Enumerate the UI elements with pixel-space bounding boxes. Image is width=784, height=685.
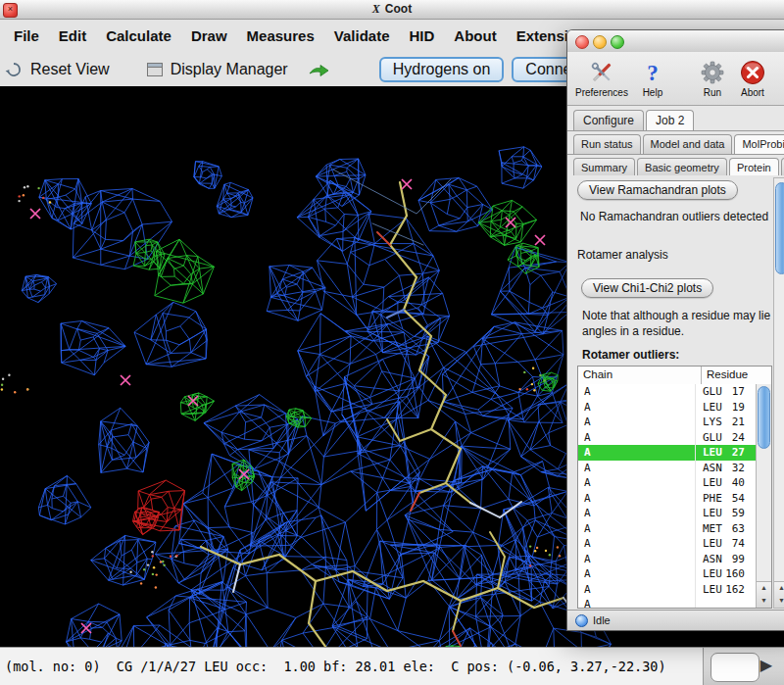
abort-toolbar-button[interactable]: Abort: [740, 59, 765, 98]
x11-icon: X: [372, 2, 380, 16]
table-row[interactable]: ALEU40: [578, 475, 757, 491]
table-row[interactable]: ALEU19: [578, 400, 757, 416]
content-scrollbar-thumb[interactable]: [775, 182, 784, 274]
run-toolbar-button[interactable]: Run: [699, 59, 726, 98]
cell-residue: LEU162: [696, 582, 757, 598]
table-row[interactable]: APHE54: [578, 491, 757, 507]
tab-molprobity[interactable]: MolProbity: [734, 134, 784, 154]
cell-chain: A: [578, 536, 696, 552]
cell-residue: PHE54: [696, 491, 757, 507]
window-close-button[interactable]: ×: [3, 3, 18, 18]
preferences-toolbar-button[interactable]: Preferences: [575, 59, 628, 98]
table-row[interactable]: ALEU27: [578, 445, 757, 461]
view-chi-plots-button[interactable]: View Chi1-Chi2 plots: [581, 278, 713, 298]
main-status-bar: (mol. no: 0) CG /1/A/27 LEU occ: 1.00 bf…: [0, 647, 784, 685]
scroll-down-icon[interactable]: ▼: [757, 595, 771, 608]
table-row[interactable]: AASN32: [578, 461, 757, 476]
view-ramachandran-button[interactable]: View Ramachandran plots: [577, 180, 738, 200]
tools-icon: [587, 59, 616, 86]
cell-chain: A: [578, 582, 696, 598]
tab-protein[interactable]: Protein: [729, 158, 779, 177]
rotamer-note-line2: angles in a residue.: [582, 324, 684, 338]
table-row[interactable]: ALYS21: [578, 415, 757, 430]
toolbar-item-label: Run: [704, 87, 721, 98]
cell-residue: LEU19: [696, 400, 757, 416]
content-scrollbar[interactable]: ▲ ▼: [773, 177, 784, 609]
toolbar-item-label: Abort: [741, 87, 764, 98]
status-idle-text: Idle: [593, 614, 611, 626]
rotamer-outliers-label: Rotamer outliers:: [582, 348, 679, 362]
table-row-partial[interactable]: A: [578, 597, 757, 608]
window-title-text: Coot: [385, 2, 412, 16]
menu-about[interactable]: About: [444, 27, 506, 44]
cell-residue: LEU27: [696, 445, 757, 461]
content-scrollbar-arrows: ▲ ▼: [774, 581, 784, 608]
tab-basic-geometry[interactable]: Basic geometry: [637, 158, 727, 177]
scroll-down-icon[interactable]: ▼: [774, 595, 784, 608]
rotamer-outliers-table: Chain Residue AGLU17ALEU19ALYS21AGLU24AL…: [577, 366, 772, 609]
table-row[interactable]: AMET63: [578, 521, 757, 537]
reset-view-button[interactable]: Reset View: [30, 61, 110, 78]
menu-draw[interactable]: Draw: [181, 27, 237, 44]
cell-chain: A: [578, 552, 696, 567]
dialog-minimize-button[interactable]: [593, 35, 607, 49]
dialog-zoom-button[interactable]: [611, 35, 624, 49]
cell-chain: A: [578, 506, 696, 521]
dialog-titlebar[interactable]: [567, 30, 784, 53]
table-body: AGLU17ALEU19ALYS21AGLU24ALEU27AASN32ALEU…: [578, 384, 757, 608]
column-header-chain[interactable]: Chain: [578, 367, 702, 384]
cell-residue: GLU17: [696, 384, 757, 400]
table-scrollbar-thumb[interactable]: [758, 386, 770, 449]
menu-file[interactable]: File: [4, 27, 49, 44]
abort-icon: [740, 59, 765, 86]
table-row[interactable]: AGLU17: [578, 384, 757, 400]
tab-model-and-data[interactable]: Model and data: [643, 134, 733, 154]
dialog-close-button[interactable]: [575, 35, 589, 49]
table-row[interactable]: ALEU160: [578, 566, 757, 582]
toolbar-item-label: Preferences: [575, 87, 628, 98]
cell-residue: LEU40: [696, 475, 757, 491]
table-row[interactable]: ALEU162: [578, 582, 757, 598]
menu-calculate[interactable]: Calculate: [96, 27, 181, 44]
scroll-up-icon[interactable]: ▲: [757, 582, 771, 595]
cell-chain: A: [578, 491, 696, 507]
menu-validate[interactable]: Validate: [324, 27, 400, 44]
cell-chain: A: [578, 400, 696, 416]
table-row[interactable]: ALEU59: [578, 506, 757, 521]
corner-scroll-track[interactable]: [710, 653, 760, 682]
cell-residue: ASN32: [696, 461, 757, 476]
cell-residue: LEU59: [696, 506, 757, 521]
help-toolbar-button[interactable]: ?Help: [642, 59, 663, 98]
table-scrollbar[interactable]: ▲ ▼: [756, 384, 771, 608]
atom-status-text: (mol. no: 0) CG /1/A/27 LEU occ: 1.00 bf…: [0, 648, 784, 685]
hydrogens-toggle-button[interactable]: Hydrogens on: [379, 57, 505, 82]
tab-job-2[interactable]: Job 2: [646, 110, 694, 130]
table-row[interactable]: AASN99: [578, 552, 757, 567]
protein-tab-content: View Ramachandran plots No Ramachandran …: [567, 175, 784, 611]
tab-run-status[interactable]: Run status: [573, 134, 641, 154]
cell-residue: GLU24: [696, 430, 757, 446]
display-manager-icon[interactable]: [147, 63, 163, 76]
cell-chain: A: [578, 430, 696, 446]
column-header-residue[interactable]: Residue: [702, 367, 771, 384]
back-view-icon[interactable]: [5, 61, 23, 78]
dialog-toolbar: Preferences?HelpRunAbort: [567, 52, 784, 106]
molprobity-window: Preferences?HelpRunAbort ConfigureJob 2 …: [566, 29, 784, 631]
tab-configure[interactable]: Configure: [573, 110, 644, 130]
toolbar-item-label: Help: [643, 87, 663, 98]
menu-measures[interactable]: Measures: [237, 27, 324, 44]
play-arrow-icon[interactable]: ▶: [760, 656, 772, 674]
cell-chain: A: [578, 415, 696, 430]
menu-hid[interactable]: HID: [400, 27, 445, 44]
cell-chain: A: [578, 461, 696, 476]
cell-chain: A: [578, 384, 696, 400]
table-header: Chain Residue: [578, 367, 771, 385]
ramachandran-status-text: No Ramachandran outliers detected: [580, 210, 768, 223]
display-manager-button[interactable]: Display Manager: [171, 61, 288, 78]
tab-summary[interactable]: Summary: [573, 158, 635, 177]
scroll-up-icon[interactable]: ▲: [774, 582, 784, 595]
table-row[interactable]: AGLU24: [578, 430, 757, 446]
table-row[interactable]: ALEU74: [578, 536, 757, 552]
gear-icon: [699, 59, 726, 86]
menu-edit[interactable]: Edit: [49, 27, 96, 44]
